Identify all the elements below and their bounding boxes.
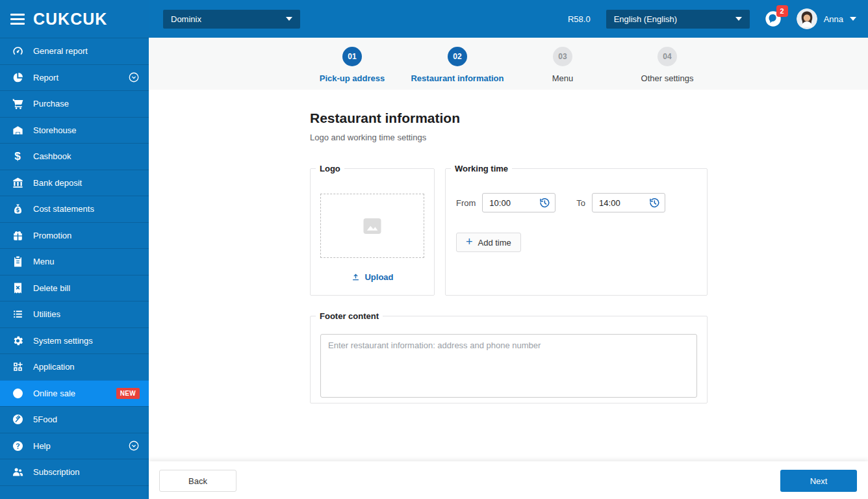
sidebar-item-online-sale[interactable]: Online sale NEW bbox=[0, 380, 149, 407]
sidebar-item-label: Cashbook bbox=[33, 151, 71, 161]
footer-content-legend: Footer content bbox=[316, 311, 383, 321]
sidebar-item-label: General report bbox=[33, 46, 88, 56]
branch-selector-value: Dominix bbox=[171, 14, 201, 24]
version-label: R58.0 bbox=[568, 14, 591, 24]
step-number: 02 bbox=[448, 47, 467, 66]
chevron-down-circle-icon[interactable] bbox=[128, 71, 140, 83]
sidebar-item-label: System settings bbox=[33, 336, 93, 346]
sidebar-item-label: Help bbox=[33, 441, 51, 451]
wizard-stepper: 01 Pick-up address 02 Restaurant informa… bbox=[149, 38, 868, 90]
logo-dropzone[interactable] bbox=[320, 194, 424, 258]
sidebar-item-promotion[interactable]: Promotion bbox=[0, 222, 149, 249]
step-pickup-address[interactable]: 01 Pick-up address bbox=[294, 47, 411, 83]
step-other-settings[interactable]: 04 Other settings bbox=[609, 47, 726, 83]
sidebar-item-cashbook[interactable]: $ Cashbook bbox=[0, 143, 149, 170]
notification-button[interactable]: 2 bbox=[764, 10, 782, 28]
footer-content-fieldset: Footer content bbox=[310, 311, 708, 403]
sidebar-item-label: Subscription bbox=[33, 467, 80, 477]
add-time-label: Add time bbox=[478, 238, 511, 248]
step-label: Other settings bbox=[641, 73, 694, 83]
sidebar-item-general-report[interactable]: General report bbox=[0, 38, 149, 64]
sidebar-filler bbox=[0, 485, 149, 499]
page-title: Restaurant information bbox=[310, 110, 460, 126]
branch-selector-dropdown[interactable]: Dominix bbox=[163, 10, 300, 29]
globe-icon bbox=[10, 387, 25, 400]
sidebar: CUKCUK General report Report Purchase St… bbox=[0, 0, 149, 499]
sidebar-item-label: 5Food bbox=[33, 415, 57, 424]
bank-icon bbox=[10, 177, 25, 189]
people-icon bbox=[10, 466, 25, 478]
5food-icon bbox=[10, 413, 25, 426]
sidebar-item-label: Purchase bbox=[33, 99, 69, 109]
sidebar-item-label: Utilities bbox=[33, 309, 60, 319]
step-restaurant-information[interactable]: 02 Restaurant information bbox=[399, 47, 516, 83]
working-time-legend: Working time bbox=[451, 164, 512, 173]
user-name: Anna bbox=[824, 14, 843, 24]
sidebar-item-label: Application bbox=[33, 362, 75, 372]
cart-icon bbox=[10, 97, 25, 110]
list-icon bbox=[10, 308, 25, 320]
sidebar-item-label: Online sale bbox=[33, 389, 75, 398]
topbar: Dominix R58.0 English (English) 2 Anna bbox=[149, 0, 868, 38]
notification-count-badge: 2 bbox=[776, 5, 788, 17]
grid-plus-icon bbox=[10, 361, 25, 373]
sidebar-item-help[interactable]: Help bbox=[0, 433, 149, 459]
user-menu-dropdown[interactable] bbox=[843, 17, 856, 21]
gauge-icon bbox=[10, 45, 25, 57]
sidebar-item-storehouse[interactable]: Storehouse bbox=[0, 117, 149, 144]
logo-legend: Logo bbox=[316, 164, 344, 173]
sidebar-header: CUKCUK bbox=[0, 0, 149, 38]
language-selector-dropdown[interactable]: English (English) bbox=[606, 10, 750, 29]
back-button[interactable]: Back bbox=[159, 470, 236, 492]
gift-icon bbox=[10, 229, 25, 242]
sidebar-item-utilities[interactable]: Utilities bbox=[0, 301, 149, 327]
sidebar-item-application[interactable]: Application bbox=[0, 353, 149, 380]
next-button[interactable]: Next bbox=[780, 470, 857, 492]
sidebar-item-bank-deposit[interactable]: Bank deposit bbox=[0, 170, 149, 196]
sidebar-item-report[interactable]: Report bbox=[0, 64, 149, 91]
add-time-button[interactable]: + Add time bbox=[456, 233, 521, 252]
upload-icon bbox=[351, 272, 361, 282]
clipboard-icon bbox=[10, 255, 25, 268]
hamburger-menu-icon[interactable] bbox=[10, 14, 25, 25]
sidebar-item-label: Menu bbox=[33, 257, 55, 266]
main-content: Restaurant information Logo and working … bbox=[149, 90, 868, 461]
sidebar-item-purchase[interactable]: Purchase bbox=[0, 90, 149, 117]
time-history-icon[interactable] bbox=[539, 197, 550, 209]
time-history-icon[interactable] bbox=[648, 197, 660, 209]
receipt-delete-icon bbox=[10, 282, 25, 294]
step-number: 04 bbox=[657, 47, 677, 66]
step-number: 03 bbox=[553, 47, 572, 66]
wizard-action-bar: Back Next bbox=[149, 461, 868, 499]
sidebar-menu: General report Report Purchase Storehous… bbox=[0, 38, 149, 499]
sidebar-item-5food[interactable]: 5Food bbox=[0, 406, 149, 433]
sidebar-item-system-settings[interactable]: System settings bbox=[0, 327, 149, 354]
to-label: To bbox=[576, 198, 585, 208]
sidebar-item-label: Bank deposit bbox=[33, 178, 82, 188]
question-icon bbox=[10, 440, 25, 452]
logo-fieldset: Logo Upload bbox=[310, 164, 435, 296]
new-badge: NEW bbox=[116, 388, 140, 399]
step-menu[interactable]: 03 Menu bbox=[504, 47, 621, 83]
warehouse-icon bbox=[10, 124, 25, 136]
user-avatar[interactable] bbox=[797, 8, 817, 29]
sidebar-item-cost-statements[interactable]: Cost statements bbox=[0, 196, 149, 222]
sidebar-item-subscription[interactable]: Subscription bbox=[0, 459, 149, 485]
footer-content-textarea[interactable] bbox=[320, 334, 697, 398]
sidebar-item-label: Cost statements bbox=[33, 204, 94, 214]
sidebar-item-label: Report bbox=[33, 73, 58, 83]
step-number: 01 bbox=[342, 47, 362, 66]
step-label: Menu bbox=[552, 73, 574, 83]
gear-icon bbox=[10, 335, 25, 347]
app-logo: CUKCUK bbox=[33, 10, 107, 29]
money-bag-icon bbox=[10, 203, 25, 215]
working-time-fieldset: Working time From To + Add time bbox=[445, 164, 708, 296]
pie-chart-icon bbox=[10, 71, 25, 84]
dollar-icon: $ bbox=[10, 151, 25, 162]
language-selector-value: English (English) bbox=[614, 14, 678, 24]
chevron-down-circle-icon[interactable] bbox=[128, 440, 140, 452]
sidebar-item-menu[interactable]: Menu bbox=[0, 248, 149, 275]
sidebar-item-delete-bill[interactable]: Delete bill bbox=[0, 275, 149, 301]
from-label: From bbox=[456, 198, 476, 208]
upload-button[interactable]: Upload bbox=[311, 272, 434, 282]
